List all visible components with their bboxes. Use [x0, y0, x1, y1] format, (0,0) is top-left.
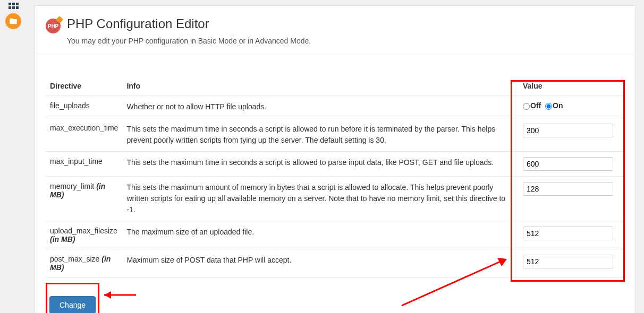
value-input[interactable] — [523, 182, 613, 196]
value-cell — [519, 249, 625, 277]
directive-name: max_input_time — [50, 157, 103, 166]
info-cell: Whether or not to allow HTTP file upload… — [122, 96, 519, 118]
col-info: Info — [122, 76, 519, 96]
directive-unit: (in MB) — [50, 235, 75, 244]
php-config-panel: PHP PHP Configuration Editor You may edi… — [35, 5, 636, 313]
value-cell: Off On — [519, 96, 625, 118]
change-button-highlight: Change — [46, 283, 99, 313]
table-row: file_uploadsWhether or not to allow HTTP… — [46, 96, 625, 118]
directive-cell: memory_limit (in MB) — [46, 177, 122, 221]
radio-on-label: On — [553, 101, 563, 110]
info-cell: This sets the maximum time in seconds a … — [122, 152, 519, 177]
directive-cell: max_execution_time — [46, 118, 122, 152]
table-row: upload_max_filesize (in MB)The maximum s… — [46, 221, 625, 249]
table-row: max_input_timeThis sets the maximum time… — [46, 152, 625, 177]
info-cell: This sets the maximum amount of memory i… — [122, 177, 519, 221]
svg-marker-1 — [104, 291, 111, 299]
value-input[interactable] — [523, 227, 613, 240]
file-manager-icon[interactable] — [5, 13, 21, 29]
radio-on[interactable] — [545, 103, 552, 110]
directive-cell: file_uploads — [46, 96, 122, 118]
table-row: max_execution_timeThis sets the maximum … — [46, 118, 625, 152]
value-input[interactable] — [523, 124, 613, 137]
apps-grid-icon[interactable] — [9, 3, 19, 9]
directive-name: memory_limit — [50, 182, 94, 190]
info-cell: The maximum size of an uploaded file. — [122, 221, 519, 249]
value-cell — [519, 221, 625, 249]
radio-off[interactable] — [523, 103, 530, 110]
table-row: post_max_size (in MB)Maximum size of POS… — [46, 249, 625, 277]
directive-cell: upload_max_filesize (in MB) — [46, 221, 122, 249]
value-cell — [519, 118, 625, 152]
value-cell — [519, 152, 625, 177]
value-cell — [519, 177, 625, 221]
sidebar — [0, 0, 27, 313]
change-button[interactable]: Change — [49, 296, 96, 313]
table-row: memory_limit (in MB)This sets the maximu… — [46, 177, 625, 221]
radio-off-label: Off — [530, 101, 541, 110]
value-input[interactable] — [523, 255, 613, 268]
col-value: Value — [519, 76, 625, 96]
directive-cell: max_input_time — [46, 152, 122, 177]
directive-name: post_max_size — [50, 255, 99, 263]
directive-name: upload_max_filesize — [50, 227, 117, 235]
arrow-to-change-button — [96, 287, 139, 303]
config-table: Directive Info Value file_uploadsWhether… — [46, 76, 625, 277]
directive-name: max_execution_time — [50, 124, 118, 132]
php-icon: PHP — [46, 19, 61, 33]
value-input[interactable] — [523, 157, 613, 171]
directive-name: file_uploads — [50, 101, 90, 110]
directive-cell: post_max_size (in MB) — [46, 249, 122, 277]
info-cell: This sets the maximum time in seconds a … — [122, 118, 519, 152]
divider — [35, 55, 635, 55]
page-title: PHP Configuration Editor — [67, 16, 209, 31]
page-subtitle: You may edit your PHP configuration in B… — [67, 37, 625, 45]
col-directive: Directive — [46, 76, 122, 96]
info-cell: Maximum size of POST data that PHP will … — [122, 249, 519, 277]
edit-badge-icon — [56, 16, 63, 23]
